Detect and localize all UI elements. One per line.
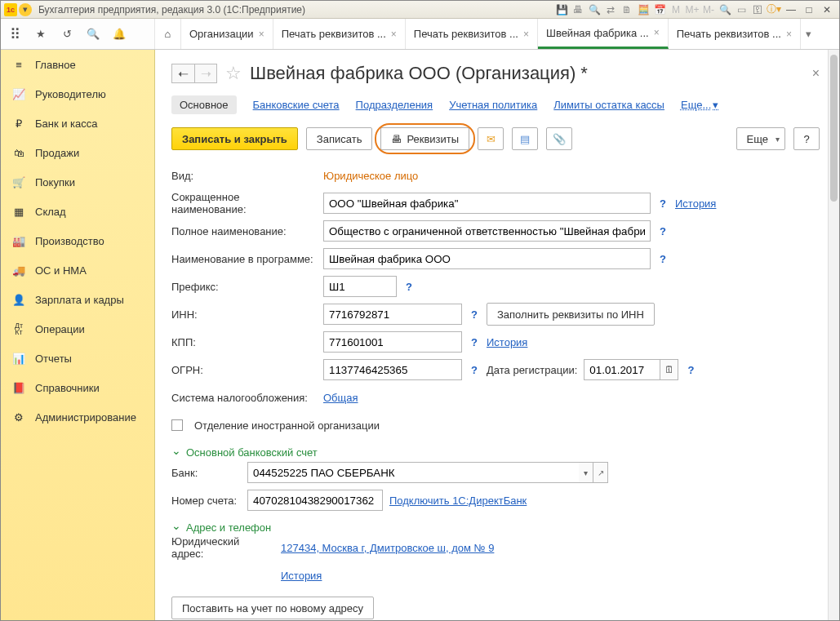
help-icon[interactable]: ?	[469, 364, 480, 376]
save-close-button[interactable]: Записать и закрыть	[171, 127, 298, 150]
account-input[interactable]	[247, 490, 383, 511]
tool-info-icon[interactable]: ⓘ▾	[767, 3, 781, 16]
tab-0[interactable]: Организации×	[181, 19, 273, 49]
tool-mplus-icon[interactable]: M+	[685, 3, 700, 16]
help-icon[interactable]: ?	[403, 281, 415, 293]
reg-date-input[interactable]	[584, 359, 660, 380]
window-close[interactable]: ✕	[818, 3, 836, 16]
tool-calendar-icon[interactable]: 📅	[652, 3, 667, 16]
tool-key-icon[interactable]: ⚿	[750, 3, 765, 16]
list-button[interactable]: ▤	[512, 127, 538, 150]
sidebar-item-operations[interactable]: ДтКтОперации	[1, 314, 154, 344]
section-address-header[interactable]: Адрес и телефон	[171, 521, 820, 534]
full-name-input[interactable]	[323, 220, 651, 242]
sidebar-item-assets[interactable]: 🚚ОС и НМА	[1, 255, 154, 285]
search-icon[interactable]: 🔍	[84, 25, 102, 43]
help-icon[interactable]: ?	[469, 308, 480, 321]
scrollbar-thumb[interactable]	[830, 55, 838, 202]
sidebar-item-warehouse[interactable]: ▦Склад	[1, 197, 154, 226]
sidebar-item-sales[interactable]: 🛍Продажи	[1, 138, 154, 167]
sidebar-item-production[interactable]: 🏭Производство	[1, 226, 154, 255]
requisites-button[interactable]: 🖶 Реквизиты	[380, 127, 469, 150]
close-icon[interactable]: ×	[654, 27, 660, 38]
tool-mminus-icon[interactable]: M-	[701, 3, 716, 16]
prefix-input[interactable]	[323, 276, 397, 297]
bank-input[interactable]	[247, 462, 579, 483]
history-link[interactable]: История	[675, 197, 716, 210]
sidebar-item-reports[interactable]: 📊Отчеты	[1, 344, 154, 373]
kpp-history-link[interactable]: История	[487, 336, 527, 348]
fill-by-inn-button[interactable]: Заполнить реквизиты по ИНН	[487, 303, 655, 326]
subnav-policy[interactable]: Учетная политика	[449, 99, 537, 111]
subnav-main[interactable]: Основное	[171, 95, 237, 114]
nav-forward-button[interactable]: 🠒	[194, 64, 217, 83]
inn-input[interactable]	[323, 304, 462, 325]
legal-address-link[interactable]: 127434, Москва г, Дмитровское ш, дом № 9	[281, 542, 494, 554]
sidebar-item-purchases[interactable]: 🛒Покупки	[1, 167, 154, 197]
tool-print-icon[interactable]: 🖶	[571, 3, 585, 16]
sidebar-item-admin[interactable]: ⚙Администрирование	[1, 402, 154, 432]
kpp-input[interactable]	[323, 331, 462, 353]
direct-bank-link[interactable]: Подключить 1С:ДиректБанк	[389, 495, 527, 507]
short-name-input[interactable]	[323, 193, 651, 214]
window-minimize[interactable]: —	[782, 3, 800, 16]
close-icon[interactable]: ×	[786, 29, 792, 40]
help-icon[interactable]: ?	[657, 225, 669, 237]
subnav-more[interactable]: Еще...▾	[681, 99, 718, 111]
calendar-icon[interactable]: 🗓	[660, 359, 678, 380]
help-icon[interactable]: ?	[657, 197, 669, 210]
section-bank-header[interactable]: Основной банковский счет	[171, 446, 820, 459]
tab-3[interactable]: Швейная фабрика ...×	[538, 19, 669, 49]
close-icon[interactable]: ×	[391, 29, 397, 40]
apps-icon[interactable]: ⠿	[6, 25, 24, 43]
tool-save-icon[interactable]: 💾	[554, 3, 569, 16]
close-page-icon[interactable]: ×	[812, 66, 820, 81]
foreign-checkbox[interactable]	[171, 419, 183, 431]
tax-value-link[interactable]: Общая	[323, 392, 358, 404]
tool-preview-icon[interactable]: 🔍	[587, 3, 602, 16]
legal-address-history-link[interactable]: История	[281, 570, 322, 582]
tab-1[interactable]: Печать реквизитов ...×	[273, 19, 406, 49]
scrollbar[interactable]	[828, 50, 839, 621]
tab-4[interactable]: Печать реквизитов ...×	[669, 19, 801, 49]
ogrn-input[interactable]	[323, 359, 462, 380]
subnav-bank[interactable]: Банковские счета	[253, 99, 340, 111]
subnav-limits[interactable]: Лимиты остатка кассы	[553, 99, 664, 111]
tool-doc-icon[interactable]: 🗎	[620, 3, 634, 16]
prog-name-input[interactable]	[323, 248, 651, 269]
sidebar-item-catalogs[interactable]: 📕Справочники	[1, 373, 154, 402]
window-maximize[interactable]: □	[800, 3, 818, 16]
attach-button[interactable]: 📎	[546, 127, 572, 150]
help-icon[interactable]: ?	[469, 336, 480, 348]
sidebar-item-bank[interactable]: ₽Банк и касса	[1, 109, 154, 138]
mail-button[interactable]: ✉	[478, 127, 504, 150]
tabs-overflow-icon[interactable]: ▾	[801, 19, 817, 49]
close-icon[interactable]: ×	[259, 29, 264, 40]
close-icon[interactable]: ×	[523, 29, 529, 40]
new-address-button[interactable]: Поставить на учет по новому адресу	[171, 597, 374, 619]
nav-back-button[interactable]: 🠐	[171, 64, 194, 83]
sidebar-item-payroll[interactable]: 👤Зарплата и кадры	[1, 285, 154, 314]
dropdown-icon[interactable]: ▾	[579, 462, 593, 483]
history-icon[interactable]: ↺	[58, 25, 76, 43]
home-tab[interactable]: ⌂	[155, 19, 181, 49]
tool-zoom-icon[interactable]: 🔍	[718, 3, 732, 16]
sidebar-item-main[interactable]: ≡Главное	[1, 50, 154, 79]
tool-calc-icon[interactable]: 🧮	[636, 3, 651, 16]
star-icon[interactable]: ☆	[225, 63, 242, 84]
tool-m-icon[interactable]: M	[669, 3, 683, 16]
help-icon[interactable]: ?	[685, 364, 696, 376]
more-button[interactable]: Еще	[736, 127, 785, 150]
dropdown-icon[interactable]: ▾	[19, 3, 32, 16]
bell-icon[interactable]: 🔔	[110, 25, 128, 43]
tool-panel-icon[interactable]: ▭	[734, 3, 749, 16]
save-button[interactable]: Записать	[306, 127, 373, 150]
sidebar-item-manager[interactable]: 📈Руководителю	[1, 79, 154, 109]
help-button[interactable]: ?	[793, 127, 820, 150]
subnav-dep[interactable]: Подразделения	[356, 99, 433, 111]
tab-2[interactable]: Печать реквизитов ...×	[406, 19, 538, 49]
favorite-icon[interactable]: ★	[32, 25, 50, 43]
tool-compare-icon[interactable]: ⇄	[603, 3, 618, 16]
help-icon[interactable]: ?	[657, 253, 669, 265]
open-icon[interactable]: ↗	[593, 462, 608, 483]
